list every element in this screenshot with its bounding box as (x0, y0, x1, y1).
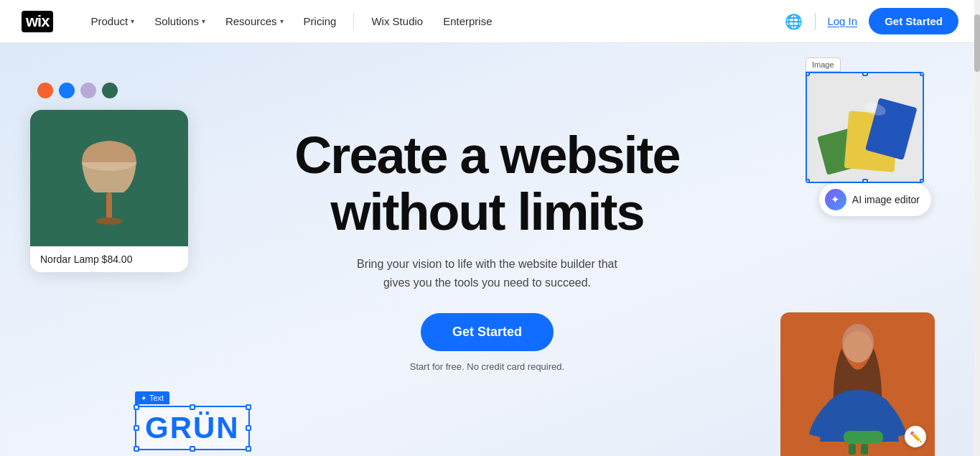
nav-item-wix-studio[interactable]: Wix Studio (363, 9, 431, 33)
svg-point-3 (96, 218, 122, 225)
hero-center: Create a website without limits Bring yo… (294, 127, 679, 373)
nav-item-enterprise[interactable]: Enterprise (434, 9, 500, 33)
chevron-down-icon: ▾ (280, 17, 284, 25)
iw-handle-tl (806, 72, 810, 76)
dot-orange (37, 83, 53, 98)
handle-mr (246, 425, 251, 431)
lamp-illustration (70, 121, 149, 236)
handle-tr (246, 404, 251, 410)
photo-widget: ✏️ (780, 312, 935, 456)
image-widget: Image (806, 57, 924, 183)
nav-links: Product ▾ Solutions ▾ Resources ▾ Pricin… (82, 9, 783, 33)
svg-rect-12 (861, 444, 868, 455)
text-widget-label: ✦ Text (135, 391, 169, 404)
hero-headline-line1: Create a website (294, 126, 679, 184)
svg-point-9 (844, 331, 872, 363)
hero-get-started-button[interactable]: Get Started (421, 313, 554, 351)
nav-label-wix-studio: Wix Studio (371, 15, 423, 27)
nav-label-product: Product (90, 15, 128, 27)
text-widget-badge-text: Text (149, 394, 164, 402)
nav-label-pricing: Pricing (304, 15, 337, 27)
svg-rect-2 (106, 192, 112, 221)
login-button[interactable]: Log In (827, 15, 857, 27)
text-widget-container: ✦ Text GRÜN (135, 406, 250, 450)
iw-handle-bl (806, 179, 810, 183)
scrollbar[interactable] (974, 0, 980, 456)
chevron-down-icon: ▾ (202, 17, 205, 25)
photo-background: ✏️ (780, 312, 935, 456)
nav-item-product[interactable]: Product ▾ (82, 9, 143, 33)
nav-label-enterprise: Enterprise (443, 15, 492, 27)
text-widget-box: GRÜN (135, 406, 250, 450)
svg-rect-11 (849, 444, 856, 455)
logo-text: wix (22, 11, 53, 32)
nav-label-solutions: Solutions (154, 15, 199, 27)
dot-blue (59, 83, 75, 98)
handle-tl (134, 404, 139, 410)
hero-free-text: Start for free. No credit card required. (294, 361, 679, 372)
iw-handle-tr (920, 72, 924, 76)
lamp-image-area (30, 110, 188, 246)
hero-subtext: Bring your vision to life with the websi… (294, 255, 679, 292)
color-dots (37, 83, 188, 98)
hero-headline-line2: without limits (331, 183, 644, 241)
left-decorative-card: Nordar Lamp $84.00 (30, 83, 188, 272)
nav-item-pricing[interactable]: Pricing (295, 9, 345, 33)
hero-headline: Create a website without limits (294, 127, 679, 241)
ai-badge-text: AI image editor (852, 194, 920, 205)
ai-icon: ✦ (825, 189, 846, 210)
iw-handle-br (920, 179, 924, 183)
nav-item-resources[interactable]: Resources ▾ (217, 9, 292, 33)
svg-rect-10 (844, 431, 883, 444)
wix-logo[interactable]: wix (22, 11, 53, 32)
nav-right: 🌐 Log In Get Started (783, 8, 958, 34)
hero-subtext-line1: Bring your vision to life with the websi… (357, 258, 617, 270)
handle-bl (134, 446, 139, 452)
handle-ml (134, 425, 139, 431)
navbar: wix Product ▾ Solutions ▾ Resources ▾ Pr… (0, 0, 980, 43)
plus-icon: ✦ (141, 394, 146, 402)
image-widget-box (806, 72, 924, 183)
hero-section: Created with Wix (0, 43, 974, 456)
image-widget-label: Image (806, 57, 841, 72)
edit-icon[interactable]: ✏️ (905, 426, 926, 447)
dot-green (102, 83, 118, 98)
nav-divider (353, 13, 354, 30)
scrollbar-thumb[interactable] (974, 14, 980, 72)
iw-handle-tc (862, 72, 868, 76)
dot-lavender (80, 83, 96, 98)
handle-bc (190, 446, 195, 452)
chevron-down-icon: ▾ (131, 17, 134, 25)
handle-tc (190, 404, 195, 410)
nav-pipe (815, 13, 816, 30)
gruen-text: GRÜN (145, 413, 240, 443)
nav-get-started-button[interactable]: Get Started (869, 8, 958, 34)
hero-subtext-line2: gives you the tools you need to succeed. (383, 276, 591, 289)
globe-icon[interactable]: 🌐 (783, 11, 803, 32)
nav-item-solutions[interactable]: Solutions ▾ (146, 9, 214, 33)
ai-badge: ✦ AI image editor (819, 183, 931, 216)
handle-br (246, 446, 251, 452)
nav-label-resources: Resources (225, 15, 277, 27)
lamp-label: Nordar Lamp $84.00 (30, 246, 188, 272)
books-illustration (807, 73, 924, 183)
lamp-card: Nordar Lamp $84.00 (30, 110, 188, 272)
